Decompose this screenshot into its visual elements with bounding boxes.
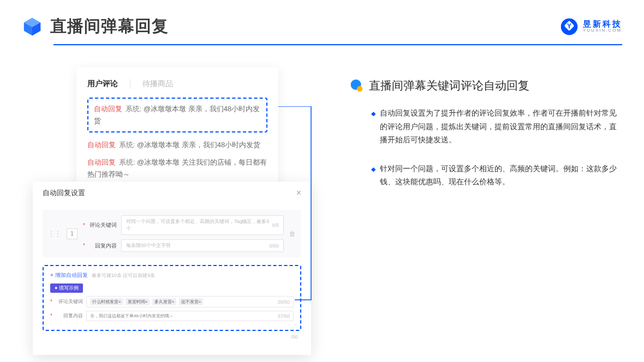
brand-logo-icon: Y (560, 17, 579, 36)
page-header: 直播间弹幕回复 Y 昱新科技 YUUXIN.COM (0, 0, 644, 38)
keyword-input[interactable]: 对同一个问题，可设置多个相近、高频的关键词，Tag确定，最多5个 0/5 (121, 215, 284, 235)
tab-pending-products[interactable]: 待播商品 (142, 79, 173, 89)
bullet-text: 针对同一个问题，可设置多个相近的、高频的关键词。例如：这款多少钱、这块能优惠吗、… (380, 162, 622, 189)
ex-content-input[interactable]: 亲，我们这边都是下单48小时内发货的哦～ 37/50 (86, 311, 294, 321)
modal-title: 自动回复设置 (43, 188, 85, 198)
add-reply-link[interactable]: + 增加自动回复 (50, 272, 88, 278)
ex-keyword-label: 评论关键词 (56, 298, 83, 305)
diamond-bullet-icon: ◆ (371, 108, 375, 147)
input-placeholder: 每条限50个中文字符 (126, 242, 171, 249)
ex-content-label: 回复内容 (56, 312, 83, 319)
required-star: * (50, 313, 52, 319)
svg-text:Y: Y (567, 22, 571, 29)
ex-keyword-input[interactable]: 什么时候发货× 发货时间× 多久发货× 还不发货× 20/50 (86, 296, 294, 307)
ex-keyword-counter: 20/50 (277, 299, 290, 305)
comment-panel: 用户评论 待播商品 自动回复 系统: @冰墩墩本墩 亲亲，我们48小时内发货 自… (76, 67, 278, 190)
bullet-item: ◆ 针对同一个问题，可设置多个相近的、高频的关键词。例如：这款多少钱、这块能优惠… (349, 162, 622, 189)
auto-reply-tag: 自动回复 (87, 158, 116, 166)
content-input[interactable]: 每条限50个中文字符 0/50 (121, 239, 284, 252)
brand-name-en: YUUXIN.COM (583, 28, 622, 33)
close-icon[interactable]: × (296, 188, 301, 198)
required-star: * (83, 243, 85, 249)
auto-reply-tag: 自动回复 (87, 141, 116, 149)
trash-icon[interactable]: 🗑 (289, 230, 296, 238)
cube-icon (22, 16, 43, 37)
drag-handle-icon[interactable]: ⋮⋮ (48, 230, 61, 238)
rule-block: ⋮⋮ 1 * 评论关键词 对同一个问题，可设置多个相近、高频的关键词，Tag确定… (43, 210, 301, 257)
highlighted-comment: 自动回复 系统: @冰墩墩本墩 亲亲，我们48小时内发货 (87, 98, 267, 132)
description-column: 直播间弹幕关键词评论自动回复 ◆ 自动回复设置为了提升作者的评论回复效率，作者可… (349, 67, 622, 204)
example-badge: ● 填写示例 (50, 283, 83, 293)
svg-point-7 (357, 86, 362, 92)
keyword-counter: 0/5 (272, 222, 279, 228)
page-title: 直播间弹幕回复 (50, 15, 169, 38)
keyword-tag: 发货时间× (126, 298, 150, 305)
system-label: 系统: (119, 158, 135, 166)
rule-index: 1 (67, 228, 77, 239)
auto-reply-tag: 自动回复 (94, 105, 122, 113)
comment-tabs: 用户评论 待播商品 (87, 79, 267, 89)
required-star: * (50, 299, 52, 305)
system-label: 系统: (119, 141, 135, 149)
keyword-label: 评论关键词 (90, 221, 117, 229)
keyword-tag: 还不发货× (179, 298, 204, 305)
screenshot-preview-column: 用户评论 待播商品 自动回复 系统: @冰墩墩本墩 亲亲，我们48小时内发货 自… (33, 67, 311, 204)
system-label: 系统: (126, 105, 142, 113)
tab-separator (130, 79, 130, 89)
ex-content-counter: 37/50 (277, 313, 290, 319)
bullet-item: ◆ 自动回复设置为了提升作者的评论回复效率，作者可在开播前针对常见的评论用户问题… (349, 106, 622, 147)
add-reply-hint: 最多可建10条 还可以创建9条 (92, 273, 156, 278)
comment-line-highlighted: 自动回复 系统: @冰墩墩本墩 亲亲，我们48小时内发货 (94, 103, 261, 127)
section-title: 直播间弹幕关键词评论自动回复 (369, 78, 529, 93)
bullet-text: 自动回复设置为了提升作者的评论回复效率，作者可在开播前针对常见的评论用户问题，提… (380, 106, 622, 147)
brand-logo-text: 昱新科技 YUUXIN.COM (583, 20, 622, 33)
tab-user-comments[interactable]: 用户评论 (87, 79, 118, 89)
example-section: + 增加自动回复 最多可建10条 还可以创建9条 ● 填写示例 * 评论关键词 … (43, 265, 301, 331)
brand-name-cn: 昱新科技 (583, 20, 622, 29)
comment-line: 自动回复 系统: @冰墩墩本墩 亲亲，我们48小时内发货 (87, 139, 267, 151)
diamond-bullet-icon: ◆ (371, 164, 375, 189)
comment-line: 自动回复 系统: @冰墩墩本墩 关注我们的店铺，每日都有热门推荐呦～ (87, 156, 267, 180)
modal-header: 自动回复设置 × (43, 188, 301, 202)
brand-logo: Y 昱新科技 YUUXIN.COM (560, 17, 622, 36)
keyword-tag: 什么时候发货× (90, 298, 123, 305)
section-header: 直播间弹幕关键词评论自动回复 (349, 78, 622, 93)
auto-reply-settings-modal: 自动回复设置 × ⋮⋮ 1 * 评论关键词 对同一个问题，可设置多个相近、高频的… (33, 182, 311, 355)
input-placeholder: 对同一个问题，可设置多个相近、高频的关键词，Tag确定，最多5个 (126, 218, 272, 232)
ex-content-value: 亲，我们这边都是下单48小时内发货的哦～ (90, 313, 174, 319)
keyword-tag: 多久发货× (152, 298, 177, 305)
chat-bubble-icon (349, 79, 363, 93)
required-star: * (83, 222, 85, 228)
outer-counter: /50 (291, 334, 298, 340)
comment-text: @冰墩墩本墩 亲亲，我们48小时内发货 (137, 141, 260, 149)
content-counter: 0/50 (269, 243, 279, 249)
header-left: 直播间弹幕回复 (22, 15, 169, 38)
content-label: 回复内容 (90, 242, 117, 250)
